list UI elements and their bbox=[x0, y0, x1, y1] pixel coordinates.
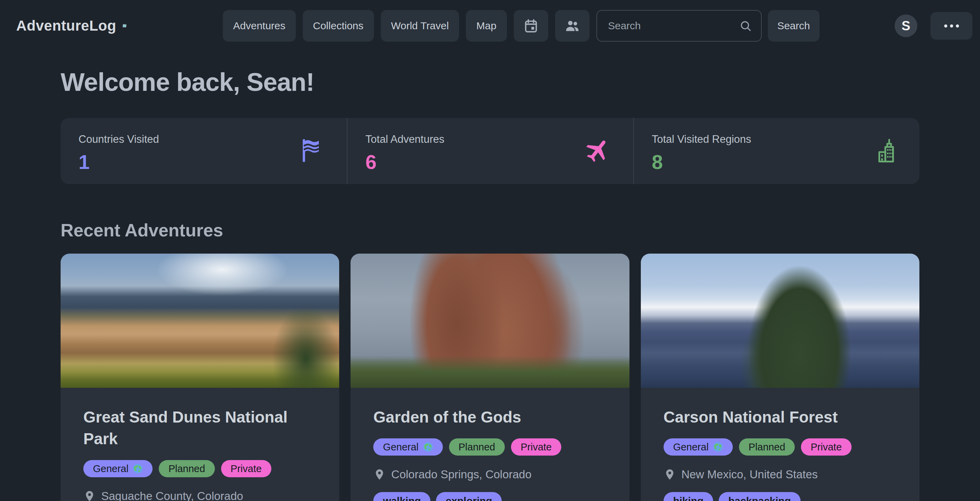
nav-map[interactable]: Map bbox=[466, 10, 506, 42]
adventure-title: Carson National Forest bbox=[663, 406, 897, 428]
users-button[interactable] bbox=[555, 10, 590, 42]
search-area: Search bbox=[597, 10, 819, 42]
status-badge: Planned bbox=[159, 460, 215, 477]
recent-adventures-heading: Recent Adventures bbox=[60, 220, 920, 241]
search-icon bbox=[739, 19, 752, 32]
stat-countries-visited: Countries Visited 1 bbox=[60, 118, 347, 184]
adventure-image bbox=[350, 254, 629, 388]
navbar: AdventureLog Adventures Collections Worl… bbox=[0, 0, 980, 52]
calendar-icon bbox=[523, 18, 539, 34]
activity-tag: walking bbox=[373, 492, 430, 501]
location-pin-icon bbox=[663, 468, 676, 481]
nav-adventures[interactable]: Adventures bbox=[223, 10, 296, 42]
overflow-menu-button[interactable] bbox=[931, 12, 972, 40]
adventure-image bbox=[641, 254, 920, 388]
city-icon bbox=[870, 136, 897, 165]
adventure-title: Great Sand Dunes National Park bbox=[83, 406, 317, 450]
adventure-card[interactable]: Carson National Forest General Planned P… bbox=[641, 254, 920, 501]
map-logo-icon bbox=[123, 16, 126, 35]
navbar-right: S bbox=[895, 12, 972, 40]
globe-icon bbox=[423, 442, 433, 452]
stats-panel: Countries Visited 1 Total Adventures 6 bbox=[60, 118, 920, 184]
adventure-card[interactable]: Great Sand Dunes National Park General P… bbox=[60, 254, 339, 501]
primary-nav: Adventures Collections World Travel Map bbox=[223, 10, 590, 42]
globe-icon bbox=[132, 463, 143, 474]
avatar-letter: S bbox=[902, 19, 910, 33]
flag-icon bbox=[298, 137, 325, 165]
activity-tag: backpacking bbox=[719, 492, 800, 501]
adventure-title: Garden of the Gods bbox=[373, 406, 606, 428]
stat-total-adventures: Total Adventures 6 bbox=[347, 118, 633, 184]
app-title: AdventureLog bbox=[16, 17, 116, 34]
location-pin-icon bbox=[373, 468, 386, 481]
activity-tag: exploring bbox=[436, 492, 502, 501]
plane-icon bbox=[584, 136, 611, 165]
category-badge: General bbox=[83, 460, 153, 477]
nav-collections[interactable]: Collections bbox=[303, 10, 374, 42]
category-badge: General bbox=[663, 438, 733, 456]
main-content: Welcome back, Sean! Countries Visited 1 … bbox=[60, 67, 920, 501]
visibility-badge: Private bbox=[801, 438, 851, 456]
search-input[interactable] bbox=[597, 10, 762, 42]
visibility-badge: Private bbox=[221, 460, 271, 477]
adventure-image bbox=[60, 254, 339, 388]
adventure-location: Colorado Springs, Colorado bbox=[391, 468, 531, 481]
search-button[interactable]: Search bbox=[768, 10, 819, 42]
welcome-heading: Welcome back, Sean! bbox=[60, 67, 920, 97]
adventure-card[interactable]: Garden of the Gods General Planned Priva… bbox=[350, 254, 629, 501]
status-badge: Planned bbox=[739, 438, 795, 456]
nav-world-travel[interactable]: World Travel bbox=[381, 10, 459, 42]
ellipsis-icon bbox=[944, 24, 947, 27]
status-badge: Planned bbox=[449, 438, 505, 456]
adventure-location: Saguache County, Colorado bbox=[101, 490, 243, 501]
visibility-badge: Private bbox=[511, 438, 561, 456]
users-icon bbox=[565, 18, 580, 34]
activity-tag: hiking bbox=[663, 492, 713, 501]
category-badge: General bbox=[373, 438, 442, 456]
stat-total-visited-regions: Total Visited Regions 8 bbox=[633, 118, 920, 184]
app-logo[interactable]: AdventureLog bbox=[16, 16, 126, 35]
location-pin-icon bbox=[83, 490, 96, 501]
recent-adventures-grid: Great Sand Dunes National Park General P… bbox=[60, 254, 920, 501]
globe-icon bbox=[713, 442, 723, 452]
avatar[interactable]: S bbox=[895, 14, 917, 37]
calendar-button[interactable] bbox=[514, 10, 548, 42]
adventure-location: New Mexico, United States bbox=[681, 468, 818, 481]
search-box bbox=[597, 10, 762, 42]
